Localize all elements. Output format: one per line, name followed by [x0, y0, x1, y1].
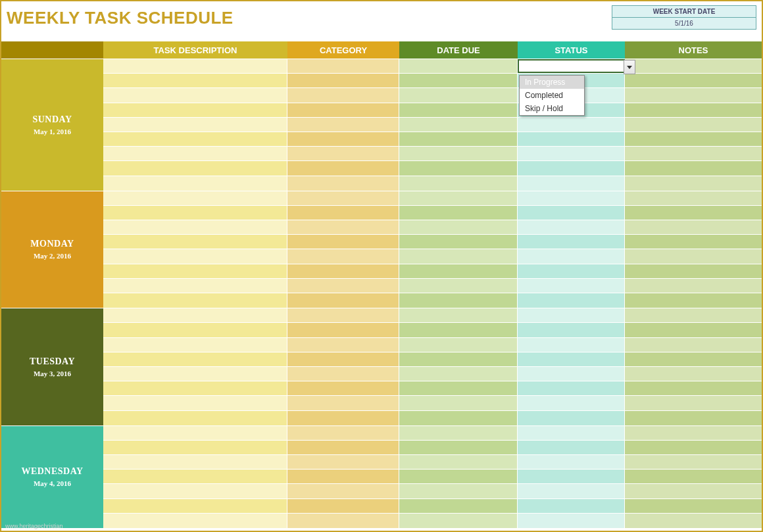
notes-cell[interactable] — [625, 88, 762, 102]
task-cell[interactable] — [103, 367, 287, 381]
notes-cell[interactable] — [625, 235, 762, 249]
status-cell[interactable] — [518, 191, 625, 205]
due-cell[interactable] — [399, 411, 518, 425]
due-cell[interactable] — [399, 426, 518, 440]
category-cell[interactable] — [287, 514, 399, 528]
notes-cell[interactable] — [625, 514, 762, 528]
status-cell[interactable] — [518, 147, 625, 160]
task-cell[interactable] — [103, 147, 287, 160]
status-cell[interactable] — [518, 235, 625, 249]
notes-cell[interactable] — [625, 220, 762, 234]
due-cell[interactable] — [399, 191, 518, 205]
notes-cell[interactable] — [625, 323, 762, 337]
due-cell[interactable] — [399, 499, 518, 513]
due-cell[interactable] — [399, 484, 518, 498]
notes-cell[interactable] — [625, 499, 762, 513]
notes-cell[interactable] — [625, 279, 762, 293]
category-cell[interactable] — [287, 499, 399, 513]
due-cell[interactable] — [399, 132, 518, 146]
category-cell[interactable] — [287, 176, 399, 191]
status-cell-active[interactable]: In ProgressCompletedSkip / Hold — [518, 59, 625, 73]
status-cell[interactable] — [518, 279, 625, 293]
task-cell[interactable] — [103, 103, 287, 117]
status-cell[interactable] — [518, 206, 625, 220]
task-cell[interactable] — [103, 74, 287, 87]
status-cell[interactable] — [518, 132, 625, 146]
status-cell[interactable] — [518, 470, 625, 483]
due-cell[interactable] — [399, 293, 518, 308]
task-cell[interactable] — [103, 352, 287, 366]
due-cell[interactable] — [399, 381, 518, 395]
task-cell[interactable] — [103, 484, 287, 498]
category-cell[interactable] — [287, 484, 399, 498]
status-cell[interactable] — [518, 499, 625, 513]
status-cell[interactable] — [518, 220, 625, 234]
task-cell[interactable] — [103, 279, 287, 293]
notes-cell[interactable] — [625, 176, 762, 191]
due-cell[interactable] — [399, 206, 518, 220]
notes-cell[interactable] — [625, 59, 762, 73]
week-start-value[interactable]: 5/1/16 — [612, 18, 756, 29]
status-cell[interactable] — [518, 441, 625, 454]
due-cell[interactable] — [399, 323, 518, 337]
status-dropdown[interactable]: In ProgressCompletedSkip / Hold — [519, 75, 585, 116]
due-cell[interactable] — [399, 352, 518, 366]
due-cell[interactable] — [399, 308, 518, 322]
status-option[interactable]: Skip / Hold — [520, 102, 584, 115]
due-cell[interactable] — [399, 161, 518, 175]
task-cell[interactable] — [103, 88, 287, 102]
status-cell[interactable] — [518, 249, 625, 263]
category-cell[interactable] — [287, 293, 399, 308]
notes-cell[interactable] — [625, 338, 762, 352]
due-cell[interactable] — [399, 59, 518, 73]
category-cell[interactable] — [287, 264, 399, 278]
status-cell[interactable] — [518, 293, 625, 308]
notes-cell[interactable] — [625, 470, 762, 483]
category-cell[interactable] — [287, 235, 399, 249]
due-cell[interactable] — [399, 235, 518, 249]
status-cell[interactable] — [518, 367, 625, 381]
status-cell[interactable] — [518, 381, 625, 395]
notes-cell[interactable] — [625, 264, 762, 278]
status-cell[interactable] — [518, 514, 625, 528]
due-cell[interactable] — [399, 118, 518, 132]
task-cell[interactable] — [103, 308, 287, 322]
task-cell[interactable] — [103, 411, 287, 425]
task-cell[interactable] — [103, 455, 287, 469]
status-cell[interactable] — [518, 484, 625, 498]
category-cell[interactable] — [287, 323, 399, 337]
notes-cell[interactable] — [625, 308, 762, 322]
category-cell[interactable] — [287, 59, 399, 73]
due-cell[interactable] — [399, 396, 518, 410]
notes-cell[interactable] — [625, 161, 762, 175]
task-cell[interactable] — [103, 396, 287, 410]
notes-cell[interactable] — [625, 455, 762, 469]
task-cell[interactable] — [103, 235, 287, 249]
notes-cell[interactable] — [625, 411, 762, 425]
status-cell[interactable] — [518, 118, 625, 132]
task-cell[interactable] — [103, 470, 287, 483]
notes-cell[interactable] — [625, 118, 762, 132]
dropdown-arrow-icon[interactable] — [624, 60, 635, 74]
category-cell[interactable] — [287, 411, 399, 425]
task-cell[interactable] — [103, 59, 287, 73]
task-cell[interactable] — [103, 176, 287, 191]
category-cell[interactable] — [287, 74, 399, 87]
task-cell[interactable] — [103, 264, 287, 278]
category-cell[interactable] — [287, 206, 399, 220]
due-cell[interactable] — [399, 514, 518, 528]
due-cell[interactable] — [399, 147, 518, 160]
due-cell[interactable] — [399, 338, 518, 352]
status-cell[interactable] — [518, 352, 625, 366]
notes-cell[interactable] — [625, 249, 762, 263]
status-cell[interactable] — [518, 161, 625, 175]
notes-cell[interactable] — [625, 352, 762, 366]
due-cell[interactable] — [399, 88, 518, 102]
status-cell[interactable] — [518, 426, 625, 440]
status-cell[interactable] — [518, 308, 625, 322]
status-cell[interactable] — [518, 264, 625, 278]
category-cell[interactable] — [287, 118, 399, 132]
due-cell[interactable] — [399, 264, 518, 278]
category-cell[interactable] — [287, 381, 399, 395]
due-cell[interactable] — [399, 279, 518, 293]
